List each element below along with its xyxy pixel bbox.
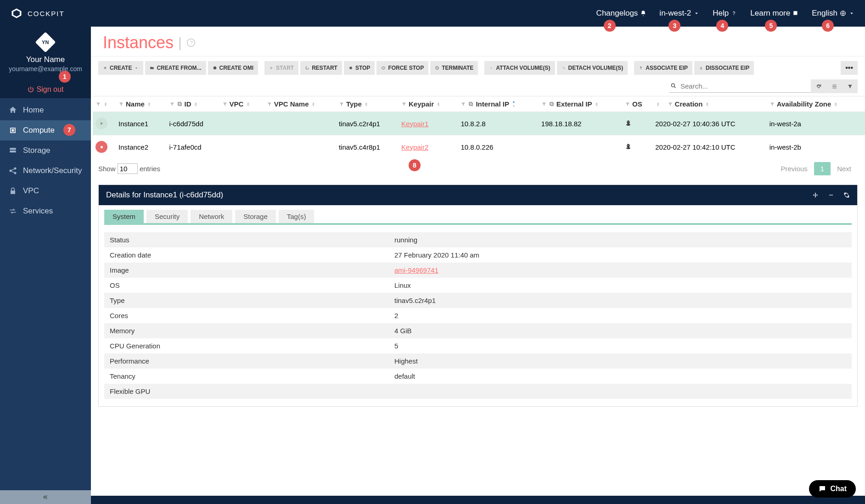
overflow-menu-button[interactable]: •••	[841, 61, 858, 75]
copy-icon[interactable]	[177, 101, 183, 107]
filter-icon[interactable]	[401, 101, 407, 107]
col-az[interactable]: Availability Zone	[777, 100, 831, 108]
tab-tags[interactable]: Tag(s)	[279, 210, 315, 223]
nav-learnmore[interactable]: Learn more 5	[750, 9, 799, 18]
filter-icon[interactable]	[267, 101, 272, 107]
copy-icon[interactable]	[549, 101, 555, 107]
filter-icon[interactable]	[222, 101, 228, 107]
attach-volume-button[interactable]: ATTACH VOLUME(S)	[484, 61, 555, 75]
kv-key: Status	[110, 236, 394, 244]
col-os[interactable]: OS	[632, 100, 642, 108]
col-extip[interactable]: External IP	[556, 100, 592, 108]
cell-keypair-link[interactable]: Keypair2	[401, 143, 428, 151]
unlink-icon	[562, 66, 566, 70]
page-help-icon[interactable]: ?	[186, 38, 196, 47]
nav-language[interactable]: English 6	[812, 9, 855, 18]
sidebar-item-vpc[interactable]: VPC	[0, 181, 91, 201]
create-omi-button[interactable]: CREATE OMI	[208, 61, 258, 75]
sort-icon[interactable]: ▲▼	[246, 102, 250, 106]
sidebar-item-storage[interactable]: Storage	[0, 140, 91, 161]
create-from-button[interactable]: CREATE FROM...	[145, 61, 206, 75]
user-block[interactable]: YN Your Name yourname@example.com 1	[0, 27, 91, 81]
pagesize-input[interactable]	[118, 163, 138, 174]
filter-icon[interactable]	[770, 101, 775, 107]
sort-icon[interactable]: ▲▼	[834, 102, 837, 106]
col-type[interactable]: Type	[346, 100, 362, 108]
sort-icon[interactable]: ▲▼	[104, 102, 107, 106]
filter-icon[interactable]	[625, 101, 630, 107]
create-button[interactable]: CREATE	[98, 61, 143, 75]
sort-icon[interactable]: ▲▼	[194, 102, 198, 106]
signout-button[interactable]: Sign out	[0, 81, 91, 98]
caret-down-icon	[134, 66, 139, 70]
sort-icon[interactable]: ▲▼	[312, 102, 315, 106]
tab-network[interactable]: Network	[191, 210, 232, 223]
nav-changelogs[interactable]: Changelogs 2	[596, 9, 647, 18]
sidebar-item-services[interactable]: Services	[0, 201, 91, 221]
filter-button[interactable]	[842, 79, 858, 93]
pager-next[interactable]: Next	[831, 162, 858, 175]
restart-button[interactable]: RESTART	[300, 61, 342, 75]
nav-help[interactable]: Help ? 4	[713, 9, 737, 18]
cell-keypair-link[interactable]: Keypair1	[401, 120, 428, 128]
search-input[interactable]	[669, 80, 811, 93]
filter-icon[interactable]	[169, 101, 175, 107]
sort-icon[interactable]: ▲▼	[365, 102, 368, 106]
start-button[interactable]: START	[264, 61, 298, 75]
sort-icon[interactable]: ▲▼	[656, 102, 660, 106]
refresh-button[interactable]	[811, 79, 826, 93]
svg-text:?: ?	[733, 11, 736, 16]
kv-row: Statusrunning	[104, 232, 852, 247]
expand-icon[interactable]	[843, 192, 850, 198]
table-row[interactable]: Instance1 i-c6dd75dd tinav5.c2r4p1 Keypa…	[93, 112, 865, 135]
tab-system[interactable]: System	[104, 210, 144, 223]
nav-region[interactable]: in-west-2 3	[659, 9, 700, 18]
col-creation[interactable]: Creation	[675, 100, 703, 108]
col-name[interactable]: Name	[126, 100, 145, 108]
sidebar-item-compute[interactable]: Compute 7	[0, 120, 91, 140]
table-row[interactable]: Instance2 i-71afe0cd tinav5.c4r8p1 Keypa…	[93, 135, 865, 159]
sort-icon[interactable]: ▲▼	[705, 102, 709, 106]
col-keypair[interactable]: Keypair	[409, 100, 434, 108]
associate-eip-button[interactable]: ASSOCIATE EIP	[634, 61, 692, 75]
sidebar-item-home[interactable]: Home	[0, 100, 91, 120]
col-intip[interactable]: Internal IP	[476, 100, 509, 108]
tab-storage[interactable]: Storage	[235, 210, 276, 223]
filter-icon[interactable]	[461, 101, 466, 107]
sort-icon[interactable]: ▲▼	[512, 101, 516, 107]
pager-previous[interactable]: Previous	[774, 162, 814, 175]
list-view-button[interactable]	[826, 79, 842, 93]
chat-button[interactable]: Chat	[809, 480, 856, 498]
filter-icon[interactable]	[118, 101, 124, 107]
swap-icon	[8, 207, 17, 216]
stop-button[interactable]: STOP	[344, 61, 375, 75]
sort-icon[interactable]: ▲▼	[595, 102, 598, 106]
kv-value-link[interactable]: ami-94969741	[394, 266, 438, 274]
filter-icon[interactable]	[95, 101, 101, 107]
filter-icon[interactable]	[541, 101, 547, 107]
col-id[interactable]: ID	[185, 100, 191, 108]
minimize-icon[interactable]	[828, 192, 834, 198]
forcestop-button[interactable]: FORCE STOP	[376, 61, 428, 75]
sidebar-item-network[interactable]: Network/Security	[0, 161, 91, 181]
pager-page-1[interactable]: 1	[814, 162, 831, 175]
svg-rect-22	[550, 103, 553, 106]
filter-icon[interactable]	[339, 101, 344, 107]
copy-icon[interactable]	[468, 101, 474, 107]
detach-volume-button[interactable]: DETACH VOLUME(S)	[557, 61, 628, 75]
col-vpc[interactable]: VPC	[230, 100, 244, 108]
filter-icon[interactable]	[668, 101, 673, 107]
stop-icon	[348, 66, 353, 70]
network-icon	[8, 166, 17, 175]
collapse-sidebar-button[interactable]	[0, 490, 91, 504]
tab-security[interactable]: Security	[146, 210, 188, 223]
dissociate-eip-button[interactable]: DISSOCIATE EIP	[694, 61, 754, 75]
col-vpcname[interactable]: VPC Name	[274, 100, 309, 108]
bell-icon	[640, 10, 646, 17]
sort-icon[interactable]: ▲▼	[147, 102, 151, 106]
kv-value: running	[394, 236, 417, 244]
nav-language-label: English	[812, 9, 837, 18]
move-icon[interactable]	[812, 192, 819, 198]
terminate-button[interactable]: TERMINATE	[430, 61, 478, 75]
sort-icon[interactable]: ▲▼	[437, 102, 440, 106]
